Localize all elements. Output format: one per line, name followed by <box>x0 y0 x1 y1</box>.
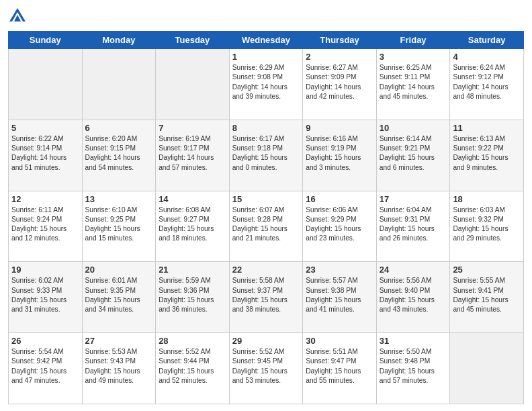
day-info-line: Sunset: 9:37 PM <box>232 287 283 294</box>
calendar-cell: 31Sunrise: 5:50 AMSunset: 9:48 PMDayligh… <box>376 333 450 404</box>
calendar-cell: 27Sunrise: 5:53 AMSunset: 9:43 PMDayligh… <box>82 333 156 404</box>
day-info-line: and 23 minutes. <box>306 234 355 242</box>
day-number: 24 <box>380 265 447 275</box>
calendar-table: SundayMondayTuesdayWednesdayThursdayFrid… <box>8 31 524 404</box>
day-info-line: Sunset: 9:14 PM <box>11 144 62 152</box>
day-info-line: Sunset: 9:45 PM <box>232 357 283 365</box>
day-info-line: and 55 minutes. <box>306 377 355 384</box>
day-info-line: Sunset: 9:32 PM <box>453 216 503 223</box>
day-number: 10 <box>380 123 447 133</box>
day-number: 7 <box>159 123 226 133</box>
day-info-line: and 21 minutes. <box>232 234 281 242</box>
day-number: 19 <box>11 265 79 275</box>
day-info-line: Sunset: 9:38 PM <box>306 287 356 294</box>
day-info: Sunrise: 5:58 AMSunset: 9:37 PMDaylight:… <box>232 276 300 314</box>
day-info-line: Daylight: 14 hours <box>306 83 361 91</box>
day-number: 23 <box>306 265 373 275</box>
day-info-line: Sunrise: 5:50 AM <box>380 348 432 355</box>
day-info-line: Daylight: 15 hours <box>11 225 66 232</box>
day-info-line: Sunrise: 6:07 AM <box>232 206 285 214</box>
calendar-cell: 23Sunrise: 5:57 AMSunset: 9:38 PMDayligh… <box>303 262 377 333</box>
day-info: Sunrise: 6:27 AMSunset: 9:09 PMDaylight:… <box>306 63 373 101</box>
day-info-line: Daylight: 15 hours <box>306 367 361 375</box>
day-info-line: Daylight: 15 hours <box>380 296 435 304</box>
day-info-line: Sunset: 9:09 PM <box>306 73 356 81</box>
day-info-line: and 57 minutes. <box>380 377 429 384</box>
calendar-cell: 29Sunrise: 5:52 AMSunset: 9:45 PMDayligh… <box>229 333 303 404</box>
day-info-line: Daylight: 15 hours <box>85 367 140 375</box>
calendar-cell: 25Sunrise: 5:55 AMSunset: 9:41 PMDayligh… <box>450 262 524 333</box>
day-number: 1 <box>232 52 300 62</box>
day-info: Sunrise: 6:19 AMSunset: 9:17 PMDaylight:… <box>159 134 226 173</box>
day-info-line: Sunrise: 6:14 AM <box>380 135 432 142</box>
day-info-line: Sunrise: 6:24 AM <box>453 64 505 71</box>
day-info-line: Sunrise: 6:01 AM <box>85 277 138 284</box>
day-info: Sunrise: 6:14 AMSunset: 9:21 PMDaylight:… <box>380 134 447 173</box>
day-info: Sunrise: 6:04 AMSunset: 9:31 PMDaylight:… <box>380 205 447 244</box>
day-info-line: Sunset: 9:28 PM <box>232 216 283 223</box>
day-info: Sunrise: 6:11 AMSunset: 9:24 PMDaylight:… <box>11 205 79 244</box>
day-info-line: Sunrise: 5:52 AM <box>159 348 211 355</box>
calendar-cell: 5Sunrise: 6:22 AMSunset: 9:14 PMDaylight… <box>9 120 83 191</box>
day-info-line: Daylight: 15 hours <box>159 367 214 375</box>
calendar-week-row: 5Sunrise: 6:22 AMSunset: 9:14 PMDaylight… <box>9 120 524 191</box>
day-info-line: and 12 minutes. <box>11 234 60 242</box>
calendar-cell: 3Sunrise: 6:25 AMSunset: 9:11 PMDaylight… <box>376 49 450 120</box>
day-info-line: Sunrise: 6:27 AM <box>306 64 358 71</box>
calendar-body: 1Sunrise: 6:29 AMSunset: 9:08 PMDaylight… <box>9 49 524 404</box>
day-info-line: Sunset: 9:35 PM <box>85 287 136 294</box>
day-info-line: and 54 minutes. <box>85 164 134 171</box>
weekday-header-row: SundayMondayTuesdayWednesdayThursdayFrid… <box>9 32 524 49</box>
weekday-header-wednesday: Wednesday <box>229 32 303 49</box>
day-info-line: and 6 minutes. <box>380 164 425 171</box>
day-info-line: and 57 minutes. <box>159 164 208 171</box>
day-info-line: Sunrise: 6:25 AM <box>380 64 432 71</box>
day-info-line: Sunset: 9:27 PM <box>159 216 209 223</box>
day-info-line: Sunrise: 6:22 AM <box>11 135 64 142</box>
calendar-cell: 20Sunrise: 6:01 AMSunset: 9:35 PMDayligh… <box>82 262 156 333</box>
weekday-header-thursday: Thursday <box>303 32 377 49</box>
day-info: Sunrise: 5:59 AMSunset: 9:36 PMDaylight:… <box>159 276 226 314</box>
day-info-line: Sunset: 9:44 PM <box>159 357 209 365</box>
day-info-line: Daylight: 14 hours <box>11 154 66 161</box>
logo <box>8 7 30 26</box>
day-number: 16 <box>306 194 373 204</box>
day-info: Sunrise: 6:13 AMSunset: 9:22 PMDaylight:… <box>453 134 521 173</box>
day-info-line: Daylight: 14 hours <box>232 83 287 91</box>
weekday-header-friday: Friday <box>376 32 450 49</box>
day-info: Sunrise: 5:53 AMSunset: 9:43 PMDaylight:… <box>85 347 153 385</box>
day-info-line: Daylight: 15 hours <box>232 154 287 161</box>
day-info-line: Sunset: 9:43 PM <box>85 357 136 365</box>
day-info-line: Sunset: 9:40 PM <box>380 287 430 294</box>
calendar-cell: 2Sunrise: 6:27 AMSunset: 9:09 PMDaylight… <box>303 49 377 120</box>
day-info-line: Daylight: 15 hours <box>85 225 140 232</box>
day-info-line: Sunrise: 6:06 AM <box>306 206 358 214</box>
day-number: 31 <box>380 336 447 346</box>
calendar-cell: 22Sunrise: 5:58 AMSunset: 9:37 PMDayligh… <box>229 262 303 333</box>
header <box>8 7 524 26</box>
day-info-line: Sunset: 9:18 PM <box>232 144 283 152</box>
calendar-cell: 13Sunrise: 6:10 AMSunset: 9:25 PMDayligh… <box>82 191 156 262</box>
day-info-line: Daylight: 15 hours <box>453 296 508 304</box>
calendar-cell: 18Sunrise: 6:03 AMSunset: 9:32 PMDayligh… <box>450 191 524 262</box>
day-info: Sunrise: 6:01 AMSunset: 9:35 PMDaylight:… <box>85 276 153 314</box>
day-number: 27 <box>85 336 153 346</box>
day-number: 4 <box>453 52 521 62</box>
day-info: Sunrise: 6:10 AMSunset: 9:25 PMDaylight:… <box>85 205 153 244</box>
day-info-line: Sunset: 9:36 PM <box>159 287 209 294</box>
day-number: 15 <box>232 194 300 204</box>
day-info-line: and 52 minutes. <box>159 377 208 384</box>
day-number: 5 <box>11 123 79 133</box>
calendar-cell: 10Sunrise: 6:14 AMSunset: 9:21 PMDayligh… <box>376 120 450 191</box>
day-info-line: Sunrise: 6:13 AM <box>453 135 505 142</box>
day-info-line: Sunset: 9:19 PM <box>306 144 356 152</box>
day-info-line: Daylight: 15 hours <box>85 296 140 304</box>
day-info-line: Sunrise: 5:52 AM <box>232 348 285 355</box>
day-info-line: Daylight: 15 hours <box>11 296 66 304</box>
calendar-cell: 6Sunrise: 6:20 AMSunset: 9:15 PMDaylight… <box>82 120 156 191</box>
day-info-line: Daylight: 15 hours <box>232 367 287 375</box>
page: SundayMondayTuesdayWednesdayThursdayFrid… <box>0 0 532 411</box>
day-info-line: Sunset: 9:21 PM <box>380 144 430 152</box>
day-info-line: Daylight: 14 hours <box>159 154 214 161</box>
calendar-cell: 15Sunrise: 6:07 AMSunset: 9:28 PMDayligh… <box>229 191 303 262</box>
